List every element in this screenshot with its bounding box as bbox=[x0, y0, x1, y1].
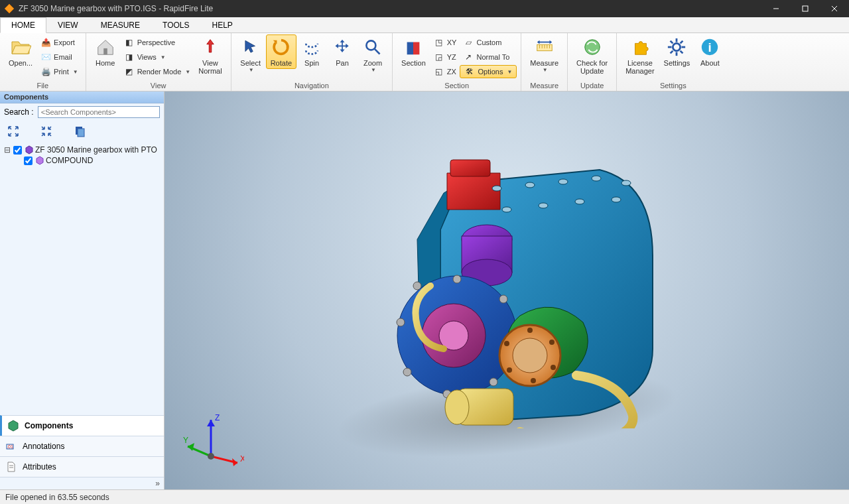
window-title: ZF 3050 Marine gearbox with PTO.IGS - Ra… bbox=[19, 4, 761, 13]
wrench-icon: 🛠 bbox=[464, 66, 475, 77]
section-yz-button[interactable]: ◲YZ bbox=[430, 50, 460, 64]
svg-point-46 bbox=[413, 282, 421, 290]
group-title-measure: Measure bbox=[525, 82, 563, 91]
part-icon bbox=[35, 156, 44, 165]
plane-icon: ◱ bbox=[434, 66, 444, 77]
sidebar-tab-annotations[interactable]: .01 Annotations bbox=[0, 436, 164, 456]
chevron-down-icon: ▼ bbox=[73, 69, 78, 75]
puzzle-icon bbox=[629, 36, 651, 58]
svg-line-23 bbox=[671, 51, 673, 54]
settings-button[interactable]: Settings bbox=[659, 34, 695, 69]
render-mode-button[interactable]: ◩Render Mode▼ bbox=[121, 65, 194, 78]
ribbon-group-navigation: Select▼ Rotate Spin Pan Zoom▼ Navigation bbox=[231, 33, 393, 91]
svg-text:X: X bbox=[240, 454, 244, 464]
expand-all-icon[interactable] bbox=[7, 125, 20, 138]
title-bar: ZF 3050 Marine gearbox with PTO.IGS - Ra… bbox=[0, 0, 849, 17]
component-tree[interactable]: ⊟ ZF 3050 Marine gearbox with PTO COMPOU… bbox=[0, 142, 164, 415]
svg-text:Y: Y bbox=[183, 436, 188, 445]
home-view-button[interactable]: Home bbox=[90, 34, 121, 69]
svg-point-51 bbox=[551, 365, 556, 370]
svg-line-20 bbox=[671, 41, 673, 44]
cube-icon: ◩ bbox=[124, 66, 135, 77]
section-options-button[interactable]: 🛠Options▼ bbox=[460, 65, 517, 78]
svg-point-64 bbox=[575, 199, 584, 204]
svg-rect-27 bbox=[78, 129, 84, 137]
pan-button[interactable]: Pan bbox=[327, 34, 358, 69]
copy-icon[interactable] bbox=[73, 125, 86, 138]
tab-measure[interactable]: MEASURE bbox=[90, 17, 151, 33]
document-icon bbox=[5, 461, 17, 473]
rotate-button[interactable]: Rotate bbox=[266, 34, 296, 69]
model-gearbox bbox=[341, 137, 673, 428]
zoom-icon bbox=[362, 36, 383, 58]
folder-open-icon bbox=[10, 36, 31, 58]
zoom-button[interactable]: Zoom▼ bbox=[358, 34, 388, 75]
check-update-button[interactable]: Check for Update bbox=[572, 34, 612, 77]
svg-line-22 bbox=[681, 41, 683, 44]
minimize-button[interactable] bbox=[761, 0, 791, 17]
ribbon-group-file: Open... 📤Export ✉️Email 🖨️Print▼ File bbox=[0, 33, 86, 91]
sidebar-tab-components[interactable]: Components bbox=[0, 415, 164, 436]
ribbon-group-view: Home ◧Perspective ◨Views▼ ◩Render Mode▼ … bbox=[86, 33, 231, 91]
svg-point-54 bbox=[504, 341, 509, 346]
close-button[interactable] bbox=[820, 0, 849, 17]
svg-rect-5 bbox=[103, 48, 107, 54]
collapse-all-icon[interactable] bbox=[40, 125, 53, 138]
search-input[interactable] bbox=[38, 106, 160, 118]
print-icon: 🖨️ bbox=[40, 66, 51, 77]
tree-child-label: COMPOUND bbox=[46, 156, 93, 165]
svg-point-50 bbox=[549, 340, 555, 345]
email-button[interactable]: ✉️Email bbox=[37, 50, 82, 64]
tab-view[interactable]: VIEW bbox=[46, 17, 90, 33]
svg-point-52 bbox=[531, 378, 536, 383]
svg-point-56 bbox=[445, 390, 469, 424]
svg-line-21 bbox=[681, 51, 683, 54]
about-button[interactable]: i About bbox=[694, 34, 725, 69]
tab-help[interactable]: HELP bbox=[200, 17, 243, 33]
svg-point-49 bbox=[527, 328, 533, 333]
sidebar-collapse-button[interactable]: » bbox=[0, 477, 164, 489]
tree-root-row[interactable]: ⊟ ZF 3050 Marine gearbox with PTO bbox=[4, 145, 160, 155]
spin-icon bbox=[301, 36, 322, 58]
tab-home[interactable]: HOME bbox=[0, 17, 46, 33]
section-zx-button[interactable]: ◱ZX bbox=[430, 65, 460, 78]
svg-point-59 bbox=[558, 179, 568, 184]
perspective-button[interactable]: ◧Perspective bbox=[121, 36, 194, 49]
section-button[interactable]: Section bbox=[397, 34, 430, 69]
ribbon-tabstrip: HOME VIEW MEASURE TOOLS HELP bbox=[0, 17, 849, 33]
select-button[interactable]: Select▼ bbox=[235, 34, 266, 75]
view-normal-button[interactable]: View Normal bbox=[194, 34, 226, 77]
group-title-update: Update bbox=[572, 82, 612, 91]
viewport-3d[interactable]: X Y Z bbox=[164, 92, 849, 489]
cube-icon: ◨ bbox=[124, 52, 135, 62]
ribbon-group-measure: Measure▼ Measure bbox=[521, 33, 568, 91]
sidebar-tab-attributes[interactable]: Attributes bbox=[0, 456, 164, 477]
tree-root-checkbox[interactable] bbox=[13, 146, 22, 155]
tab-tools[interactable]: TOOLS bbox=[151, 17, 200, 33]
measure-button[interactable]: Measure▼ bbox=[525, 34, 563, 75]
pan-icon bbox=[332, 36, 353, 58]
svg-point-53 bbox=[507, 367, 512, 373]
section-normal-button[interactable]: ↗Normal To bbox=[460, 50, 517, 64]
collapse-icon[interactable]: ⊟ bbox=[4, 145, 11, 155]
spin-button[interactable]: Spin bbox=[296, 34, 327, 69]
tree-child-checkbox[interactable] bbox=[24, 157, 33, 165]
tree-child-row[interactable]: COMPOUND bbox=[4, 155, 160, 166]
group-title-settings: Settings bbox=[621, 82, 725, 91]
export-button[interactable]: 📤Export bbox=[37, 36, 82, 49]
plane-icon: ▱ bbox=[463, 37, 474, 48]
ruler-icon bbox=[534, 36, 555, 58]
print-button[interactable]: 🖨️Print▼ bbox=[37, 65, 82, 78]
panel-header-components: Components bbox=[0, 92, 164, 103]
svg-point-60 bbox=[592, 176, 601, 181]
views-button[interactable]: ◨Views▼ bbox=[121, 50, 194, 64]
status-bar: File opened in 63.55 seconds bbox=[0, 489, 849, 504]
maximize-button[interactable] bbox=[791, 0, 820, 17]
section-xy-button[interactable]: ◳XY bbox=[430, 36, 460, 49]
svg-point-15 bbox=[673, 43, 681, 50]
section-custom-button[interactable]: ▱Custom bbox=[460, 36, 517, 49]
gear-icon bbox=[666, 36, 687, 58]
open-button[interactable]: Open... bbox=[4, 34, 37, 69]
svg-marker-0 bbox=[5, 4, 14, 13]
license-manager-button[interactable]: License Manager bbox=[621, 34, 659, 77]
